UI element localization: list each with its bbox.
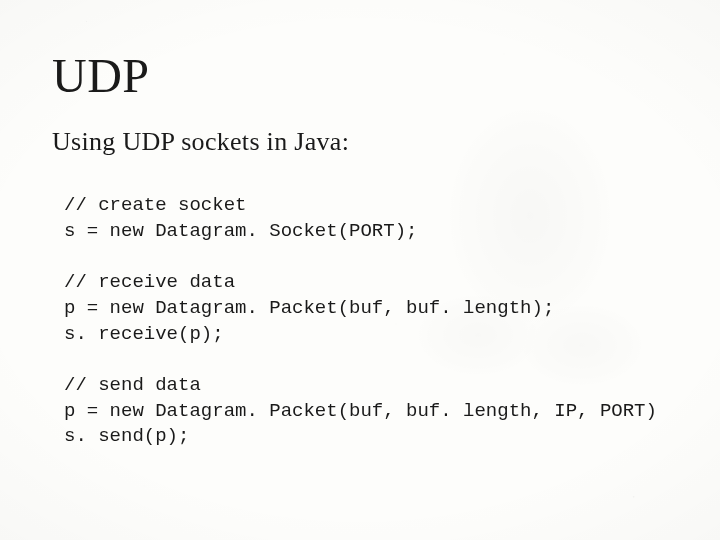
slide-title: UDP	[52, 48, 668, 103]
code-block-receive-data: // receive data p = new Datagram. Packet…	[64, 270, 668, 347]
code-block-send-data: // send data p = new Datagram. Packet(bu…	[64, 373, 668, 450]
code-comment: // create socket	[64, 194, 246, 216]
code-comment: // receive data	[64, 271, 235, 293]
code-line: p = new Datagram. Packet(buf, buf. lengt…	[64, 297, 554, 345]
code-comment: // send data	[64, 374, 201, 396]
slide: UDP Using UDP sockets in Java: // create…	[0, 0, 720, 540]
code-line: s = new Datagram. Socket(PORT);	[64, 220, 417, 242]
code-line: p = new Datagram. Packet(buf, buf. lengt…	[64, 400, 657, 448]
slide-subtitle: Using UDP sockets in Java:	[52, 127, 668, 157]
code-block-create-socket: // create socket s = new Datagram. Socke…	[64, 193, 668, 244]
